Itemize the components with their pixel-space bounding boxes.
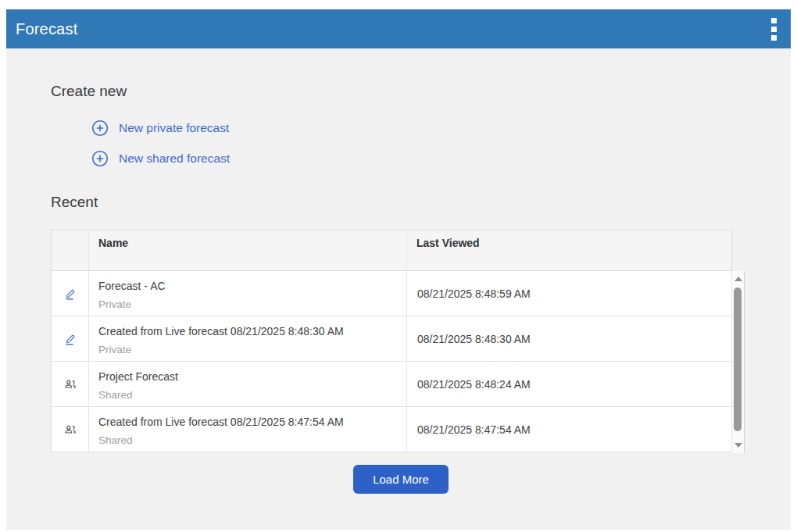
forecast-name[interactable]: Created from Live forecast 08/21/2025 8:… [98, 414, 397, 430]
forecast-name[interactable]: Forecast - AC [98, 278, 397, 294]
app-header: Forecast [6, 9, 791, 48]
new-private-forecast-link[interactable]: New private forecast [91, 119, 791, 137]
load-more-row: Load More [51, 465, 751, 494]
icon-column-header [52, 230, 89, 270]
group-icon[interactable] [63, 377, 77, 391]
forecast-panel: Forecast Create new New private forecast… [6, 9, 791, 530]
new-shared-forecast-link[interactable]: New shared forecast [91, 149, 791, 168]
table-row[interactable]: Project Forecast Shared 08/21/2025 8:48:… [52, 362, 731, 407]
table-body: Forecast - AC Private 08/21/2025 8:48:59… [51, 271, 745, 453]
last-viewed-column-header: Last Viewed [407, 230, 731, 270]
edit-pencil-icon[interactable] [63, 332, 77, 346]
create-new-heading: Create new [51, 83, 791, 100]
visibility-label: Private [98, 344, 397, 355]
name-column-header: Name [89, 230, 407, 270]
visibility-label: Shared [98, 389, 397, 401]
page-title: Forecast [16, 20, 77, 38]
content-area: Create new New private forecast New shar… [6, 48, 791, 530]
create-new-links: New private forecast New shared forecast [91, 119, 791, 168]
table-row[interactable]: Forecast - AC Private 08/21/2025 8:48:59… [52, 271, 731, 316]
table-row[interactable]: Created from Live forecast 08/21/2025 8:… [52, 407, 731, 452]
last-viewed-value: 08/21/2025 8:47:54 AM [407, 407, 731, 452]
group-icon[interactable] [63, 423, 77, 437]
visibility-label: Shared [98, 434, 397, 446]
recent-table: Name Last Viewed Forecast - AC Private 0… [51, 230, 745, 453]
last-viewed-value: 08/21/2025 8:48:59 AM [407, 271, 731, 316]
forecast-name[interactable]: Project Forecast [98, 369, 397, 384]
load-more-button[interactable]: Load More [353, 465, 449, 494]
scroll-up-arrow-icon[interactable] [734, 277, 742, 281]
table-row[interactable]: Created from Live forecast 08/21/2025 8:… [52, 316, 731, 362]
last-viewed-value: 08/21/2025 8:48:24 AM [407, 362, 731, 406]
visibility-label: Private [98, 298, 397, 310]
kebab-menu-icon[interactable] [768, 15, 780, 44]
last-viewed-value: 08/21/2025 8:48:30 AM [407, 316, 731, 361]
plus-circle-icon [91, 120, 109, 137]
scroll-down-arrow-icon[interactable] [734, 443, 742, 448]
scrollbar-thumb[interactable] [734, 287, 742, 431]
link-label: New private forecast [119, 121, 229, 135]
link-label: New shared forecast [119, 152, 230, 166]
recent-heading: Recent [51, 194, 791, 211]
table-header-row: Name Last Viewed [51, 230, 732, 271]
table-rows: Forecast - AC Private 08/21/2025 8:48:59… [51, 271, 732, 453]
plus-circle-icon [91, 150, 109, 167]
forecast-name[interactable]: Created from Live forecast 08/21/2025 8:… [98, 323, 397, 339]
table-scrollbar[interactable] [732, 271, 745, 453]
edit-pencil-icon[interactable] [63, 287, 77, 301]
